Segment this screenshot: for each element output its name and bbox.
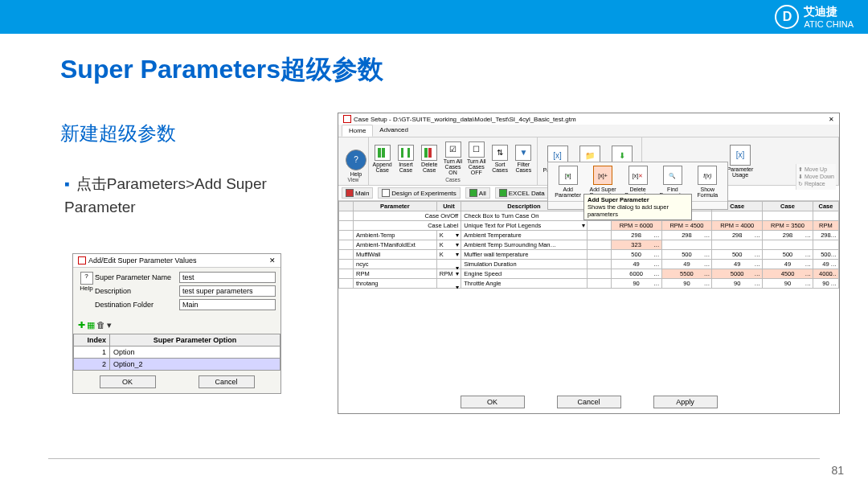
- add-parameter-button[interactable]: [x]+Add Parameter: [551, 166, 584, 198]
- insert-case-button[interactable]: Insert Case: [395, 145, 416, 173]
- slide-header: D 艾迪捷 ATIC CHINA: [0, 0, 868, 34]
- ok-button[interactable]: OK: [461, 396, 525, 408]
- turn-all-off-button[interactable]: ☐Turn All Cases OFF: [466, 141, 486, 175]
- options-table[interactable]: Index Super Parameter Option 1 Option 2 …: [73, 334, 280, 371]
- slide-title: Super Parameters超级参数: [60, 52, 383, 88]
- turn-all-on-button[interactable]: ☑Turn All Cases ON: [443, 141, 463, 175]
- view-label: View: [342, 177, 365, 182]
- dropdown-icon: ▾: [107, 320, 112, 330]
- slide-subtitle: 新建超级参数: [60, 121, 176, 146]
- apply-button[interactable]: Apply: [653, 396, 718, 408]
- svg-rect-3: [407, 148, 410, 158]
- append-case-button[interactable]: Append Case: [372, 145, 392, 173]
- find-parameter-button[interactable]: 🔍Find Parameter: [656, 166, 689, 198]
- move-down-button[interactable]: ⬇ Move Down: [798, 174, 834, 180]
- svg-rect-2: [401, 148, 403, 158]
- case-setup-window: Case Setup - D:\GT-SUITE_working_data\Mo…: [338, 113, 840, 414]
- add-super-param-dialog: Add/Edit Super Parameter Values ✕ ? Help…: [72, 253, 281, 394]
- tab-home[interactable]: Home: [342, 125, 373, 137]
- subtab-all[interactable]: All: [465, 187, 490, 199]
- logo-cn: 艾迪捷: [804, 5, 854, 19]
- help-button[interactable]: ?Help: [342, 150, 371, 177]
- desc-label: Description: [95, 287, 179, 295]
- instruction-bullet: 点击Parameters>Add Super Parameter: [64, 173, 321, 219]
- logo-en: ATIC CHINA: [804, 19, 854, 29]
- filter-cases-button[interactable]: ▼Filter Cases: [514, 145, 534, 173]
- tab-advanced[interactable]: Advanced: [373, 125, 415, 137]
- delete-case-button[interactable]: Delete Case: [420, 145, 440, 173]
- logo-mark: D: [775, 5, 799, 29]
- cancel-button[interactable]: Cancel: [557, 396, 621, 408]
- name-label: Super Parameter Name: [95, 273, 179, 281]
- sort-cases-button[interactable]: ⇅Sort Cases: [489, 145, 510, 173]
- col-index: Index: [74, 334, 110, 347]
- app-icon: [343, 115, 351, 123]
- close-icon[interactable]: ✕: [829, 116, 834, 123]
- svg-rect-4: [424, 148, 428, 158]
- svg-rect-5: [428, 148, 432, 158]
- grid-icon: ▦: [87, 320, 95, 330]
- folder-input[interactable]: [179, 299, 276, 310]
- desc-input[interactable]: [179, 285, 276, 297]
- add-super-parameter-button[interactable]: [x]+Add Super Parameter: [586, 166, 619, 198]
- page-number: 81: [831, 464, 844, 477]
- svg-rect-1: [382, 148, 385, 158]
- delete-icon: 🗑: [96, 320, 105, 330]
- help-button[interactable]: ? Help: [78, 272, 95, 313]
- ok-button[interactable]: OK: [100, 375, 156, 388]
- tooltip: Add Super Parameter Shows the dialog to …: [583, 194, 692, 220]
- name-input[interactable]: [179, 272, 276, 283]
- cancel-button[interactable]: Cancel: [199, 375, 255, 388]
- svg-rect-0: [378, 148, 381, 158]
- logo: D 艾迪捷 ATIC CHINA: [775, 5, 854, 29]
- param-usage-button[interactable]: [x]Parameter Usage: [726, 145, 755, 178]
- delete-parameter-button[interactable]: [x]✕Delete Parameter: [621, 166, 654, 198]
- side-actions: ⬆ Move Up ⬇ Move Down ↻ Replace: [796, 164, 836, 190]
- dialog-toolbar[interactable]: ✚ ▦ 🗑 ▾: [73, 317, 280, 334]
- subtab-doe[interactable]: Design of Experiments: [378, 187, 460, 199]
- show-formula-button[interactable]: f(x)Show Formula: [691, 166, 724, 198]
- window-title: Case Setup - D:\GT-SUITE_working_data\Mo…: [354, 116, 576, 123]
- move-up-button[interactable]: ⬆ Move Up: [798, 166, 834, 173]
- table-row: 2 Option_2: [74, 359, 280, 371]
- subtab-main[interactable]: Main: [342, 187, 373, 199]
- footer-divider: [48, 458, 820, 459]
- window-titlebar: Case Setup - D:\GT-SUITE_working_data\Mo…: [338, 113, 839, 125]
- table-row: 1 Option: [74, 347, 280, 359]
- app-icon: [78, 256, 86, 265]
- dialog-title: Add/Edit Super Parameter Values: [88, 256, 196, 265]
- add-icon: ✚: [78, 320, 85, 330]
- replace-button[interactable]: ↻ Replace: [798, 181, 834, 187]
- folder-label: Destination Folder: [95, 301, 179, 309]
- subtab-excel[interactable]: EXCEL Data: [495, 187, 549, 199]
- dialog-titlebar: Add/Edit Super Parameter Values ✕: [73, 254, 280, 268]
- close-icon[interactable]: ✕: [269, 256, 276, 265]
- col-option: Super Parameter Option: [110, 334, 280, 347]
